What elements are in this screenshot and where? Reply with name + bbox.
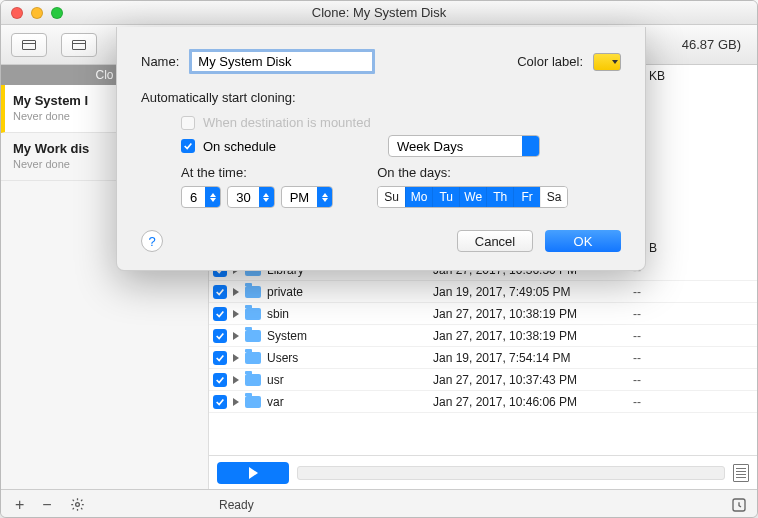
traffic-lights xyxy=(11,7,63,19)
file-extra: -- xyxy=(629,307,641,321)
run-button[interactable] xyxy=(217,462,289,484)
toolbar-button-1[interactable] xyxy=(11,33,47,57)
color-picker[interactable] xyxy=(593,53,621,71)
day-picker[interactable]: SuMoTuWeThFrSa xyxy=(377,186,568,208)
file-name: System xyxy=(267,329,427,343)
clock-icon[interactable] xyxy=(731,497,747,513)
add-button[interactable]: + xyxy=(15,496,24,514)
file-name: var xyxy=(267,395,427,409)
box-icon xyxy=(22,40,36,50)
checkbox-icon[interactable] xyxy=(213,351,227,365)
toolbar-button-2[interactable] xyxy=(61,33,97,57)
checkbox-icon[interactable] xyxy=(213,329,227,343)
day-toggle[interactable]: Tu xyxy=(432,187,459,207)
cancel-button[interactable]: Cancel xyxy=(457,230,533,252)
schedule-mode-select[interactable]: Week Days xyxy=(388,135,540,157)
run-bar xyxy=(209,455,757,489)
zoom-icon[interactable] xyxy=(51,7,63,19)
file-date: Jan 27, 2017, 10:46:06 PM xyxy=(433,395,623,409)
opt-sched-label: On schedule xyxy=(203,139,276,154)
folder-icon xyxy=(245,308,261,320)
file-name: Users xyxy=(267,351,427,365)
file-extra: -- xyxy=(629,395,641,409)
file-extra: -- xyxy=(629,329,641,343)
minimize-icon[interactable] xyxy=(31,7,43,19)
gear-icon[interactable] xyxy=(70,497,85,512)
folder-icon xyxy=(245,374,261,386)
help-button[interactable]: ? xyxy=(141,230,163,252)
folder-icon xyxy=(245,286,261,298)
disclosure-icon[interactable] xyxy=(233,398,239,406)
folder-icon xyxy=(245,330,261,342)
file-extra: -- xyxy=(629,351,641,365)
file-extra: -- xyxy=(629,373,641,387)
hour-stepper[interactable]: 6 xyxy=(181,186,221,208)
day-toggle[interactable]: We xyxy=(459,187,486,207)
disclosure-icon[interactable] xyxy=(233,354,239,362)
play-icon xyxy=(249,467,258,479)
checkbox-icon[interactable] xyxy=(213,373,227,387)
table-row[interactable]: sbin Jan 27, 2017, 10:38:19 PM -- xyxy=(209,303,757,325)
remove-button[interactable]: − xyxy=(42,496,51,514)
window-title: Clone: My System Disk xyxy=(1,5,757,20)
checkbox-icon[interactable] xyxy=(213,285,227,299)
table-row[interactable]: Users Jan 19, 2017, 7:54:14 PM -- xyxy=(209,347,757,369)
file-date: Jan 27, 2017, 10:38:19 PM xyxy=(433,329,623,343)
checkbox-on-schedule[interactable] xyxy=(181,139,195,153)
close-icon[interactable] xyxy=(11,7,23,19)
disclosure-icon[interactable] xyxy=(233,288,239,296)
ok-button[interactable]: OK xyxy=(545,230,621,252)
checkbox-icon[interactable] xyxy=(213,395,227,409)
checkbox-icon[interactable] xyxy=(213,307,227,321)
file-name: private xyxy=(267,285,427,299)
day-toggle[interactable]: Sa xyxy=(540,187,567,207)
file-table[interactable]: Library Jan 27, 2017, 10:36:50 PM -- pri… xyxy=(209,259,757,455)
checkbox-dest-mounted[interactable] xyxy=(181,116,195,130)
day-toggle[interactable]: Mo xyxy=(405,187,432,207)
chevron-down-icon xyxy=(612,60,618,64)
file-name: usr xyxy=(267,373,427,387)
opt-dest-label: When destination is mounted xyxy=(203,115,371,130)
file-date: Jan 19, 2017, 7:54:14 PM xyxy=(433,351,623,365)
file-extra: -- xyxy=(629,285,641,299)
table-row[interactable]: usr Jan 27, 2017, 10:37:43 PM -- xyxy=(209,369,757,391)
file-name: sbin xyxy=(267,307,427,321)
table-row[interactable]: var Jan 27, 2017, 10:46:06 PM -- xyxy=(209,391,757,413)
name-input[interactable] xyxy=(189,49,375,74)
day-toggle[interactable]: Su xyxy=(378,187,405,207)
status-bar: + − Ready xyxy=(1,489,757,518)
color-label: Color label: xyxy=(517,54,583,69)
time-label: At the time: xyxy=(181,165,333,180)
disclosure-icon[interactable] xyxy=(233,376,239,384)
table-row[interactable]: private Jan 19, 2017, 7:49:05 PM -- xyxy=(209,281,757,303)
name-label: Name: xyxy=(141,54,179,69)
file-date: Jan 27, 2017, 10:37:43 PM xyxy=(433,373,623,387)
day-toggle[interactable]: Fr xyxy=(513,187,540,207)
auto-start-header: Automatically start cloning: xyxy=(141,90,621,105)
status-text: Ready xyxy=(219,498,254,512)
app-window: Clone: My System Disk 46.87 GB) Clo My S… xyxy=(0,0,758,518)
free-space-text: 46.87 GB) xyxy=(682,37,747,52)
svg-point-0 xyxy=(75,503,79,507)
days-label: On the days: xyxy=(377,165,568,180)
settings-sheet: Name: Color label: Automatically start c… xyxy=(116,27,646,271)
disclosure-icon[interactable] xyxy=(233,332,239,340)
folder-icon xyxy=(245,396,261,408)
folder-icon xyxy=(245,352,261,364)
ampm-stepper[interactable]: PM xyxy=(281,186,334,208)
day-toggle[interactable]: Th xyxy=(486,187,513,207)
disclosure-icon[interactable] xyxy=(233,310,239,318)
minute-stepper[interactable]: 30 xyxy=(227,186,274,208)
progress-bar xyxy=(297,466,725,480)
titlebar: Clone: My System Disk xyxy=(1,1,757,25)
file-date: Jan 27, 2017, 10:38:19 PM xyxy=(433,307,623,321)
box-icon xyxy=(72,40,86,50)
log-icon[interactable] xyxy=(733,464,749,482)
file-date: Jan 19, 2017, 7:49:05 PM xyxy=(433,285,623,299)
table-row[interactable]: System Jan 27, 2017, 10:38:19 PM -- xyxy=(209,325,757,347)
